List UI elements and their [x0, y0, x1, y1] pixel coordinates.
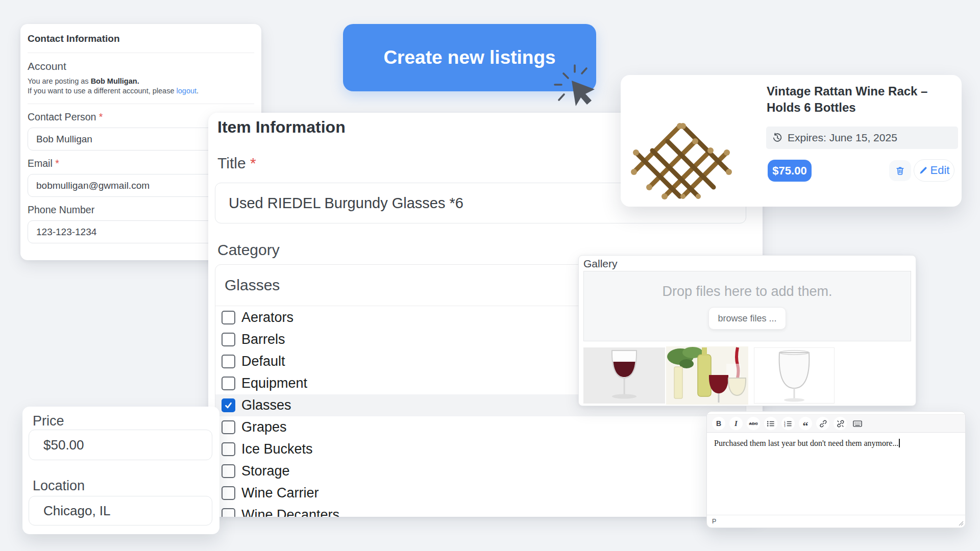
checkbox-icon[interactable] — [222, 464, 235, 478]
history-icon — [772, 133, 782, 143]
svg-text:3: 3 — [784, 424, 786, 427]
strikethrough-icon[interactable]: ABC — [747, 417, 760, 430]
pencil-icon — [919, 166, 927, 175]
divider — [28, 53, 254, 53]
checkbox-icon[interactable] — [222, 486, 235, 500]
switch-account-text: If you want to use a different account, … — [28, 86, 254, 96]
account-heading: Account — [28, 60, 254, 72]
thumbnail-wine-glasses-and-bottle[interactable] — [666, 346, 748, 405]
category-option-label: Aerators — [241, 310, 293, 325]
checkbox-icon[interactable] — [222, 333, 235, 346]
listing-preview-card: Vintage Rattan Wine Rack – Holds 6 Bottl… — [621, 75, 962, 207]
thumbnail-red-wine-glass[interactable] — [583, 347, 665, 404]
title-label: Title * — [217, 155, 256, 172]
editor-content[interactable]: Purchased them last year but don't need … — [707, 433, 965, 454]
item-information-heading: Item Information — [217, 118, 346, 137]
page: Contact Information Account You are post… — [0, 0, 980, 551]
category-option-label: Storage — [241, 463, 290, 479]
gallery-label: Gallery — [583, 258, 618, 270]
category-option-label: Ice Buckets — [241, 441, 313, 457]
toolbar-toggle-icon[interactable] — [851, 417, 864, 430]
price-input[interactable] — [29, 430, 212, 460]
category-row-wine-carrier[interactable]: Wine Carrier — [215, 482, 746, 504]
editor-status-bar: P — [707, 515, 965, 528]
category-option-label: Glasses — [241, 397, 291, 413]
category-row-storage[interactable]: Storage — [215, 460, 746, 482]
checkbox-icon[interactable] — [222, 311, 235, 324]
resize-grip-icon[interactable] — [958, 520, 964, 526]
editor-toolbar: BIABC123“ — [707, 414, 965, 433]
listing-price-badge[interactable]: $75.00 — [768, 160, 812, 182]
bold-icon[interactable]: B — [712, 417, 725, 430]
trash-icon — [895, 166, 905, 176]
description-editor-card: BIABC123“ Purchased them last year but d… — [706, 411, 966, 528]
create-new-listings-button[interactable]: Create new listings — [343, 24, 596, 91]
category-option-label: Default — [241, 354, 285, 369]
checkbox-icon[interactable] — [222, 508, 235, 517]
italic-icon[interactable]: I — [729, 417, 743, 430]
category-row-wine-decanters[interactable]: Wine Decanters — [215, 504, 746, 517]
checkbox-icon[interactable] — [222, 377, 235, 390]
thumbnail-empty-wine-glass[interactable] — [754, 347, 835, 404]
category-row-grapes[interactable]: Grapes — [215, 416, 746, 438]
category-label: Category — [217, 241, 280, 259]
category-option-label: Wine Decanters — [241, 507, 339, 517]
checkbox-checked-icon[interactable] — [222, 398, 235, 412]
account-name: Bob Mulligan. — [91, 77, 139, 85]
listing-title: Vintage Rattan Wine Rack – Holds 6 Bottl… — [767, 83, 957, 116]
logout-link[interactable]: logout — [177, 87, 197, 95]
category-option-label: Wine Carrier — [241, 485, 319, 501]
category-row-ice-buckets[interactable]: Ice Buckets — [215, 438, 746, 460]
text-caret — [899, 439, 900, 447]
browse-files-button[interactable]: browse files ... — [708, 307, 786, 330]
bullet-list-icon[interactable] — [764, 417, 777, 430]
checkbox-icon[interactable] — [222, 355, 235, 368]
edit-listing-button[interactable]: Edit — [914, 159, 954, 182]
numbered-list-icon[interactable]: 123 — [781, 417, 795, 430]
location-input[interactable] — [29, 496, 212, 525]
contact-card-title: Contact Information — [28, 33, 254, 44]
price-label: Price — [33, 413, 64, 429]
expires-row: Expires: June 15, 2025 — [766, 127, 958, 149]
gallery-card: Gallery Drop files here to add them. bro… — [578, 255, 916, 406]
divider — [28, 104, 254, 104]
expires-text: Expires: June 15, 2025 — [788, 132, 897, 144]
edit-label: Edit — [930, 164, 950, 177]
file-dropzone[interactable]: Drop files here to add them. browse file… — [583, 271, 911, 341]
unlink-icon[interactable] — [834, 417, 847, 430]
dropzone-hint: Drop files here to add them. — [662, 284, 832, 299]
delete-listing-button[interactable] — [889, 160, 911, 181]
posting-as-text: You are posting as Bob Mulligan. — [28, 77, 254, 86]
link-icon[interactable] — [816, 417, 829, 430]
element-path: P — [712, 518, 716, 525]
rattan-wine-rack-image — [627, 111, 736, 201]
price-location-card: Price Location — [22, 407, 219, 534]
blockquote-icon[interactable]: “ — [799, 417, 812, 430]
category-option-label: Barrels — [241, 332, 285, 347]
category-option-label: Grapes — [241, 419, 287, 435]
category-option-label: Equipment — [241, 375, 307, 391]
checkbox-icon[interactable] — [222, 420, 235, 434]
checkbox-icon[interactable] — [222, 442, 235, 456]
location-label: Location — [33, 478, 85, 494]
